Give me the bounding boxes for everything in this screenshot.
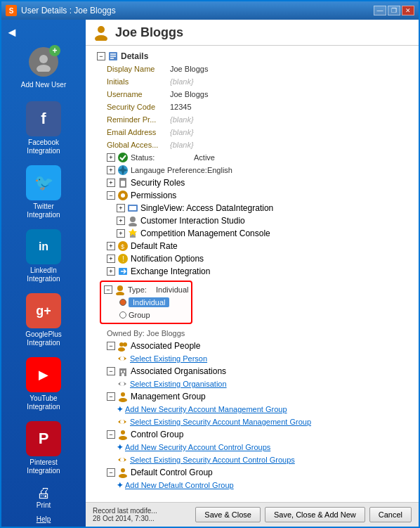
assoc-people-expand[interactable]: − (107, 342, 115, 350)
competition-expand[interactable]: + (117, 229, 125, 238)
mgmt-expand[interactable]: − (107, 392, 115, 401)
select-org-row[interactable]: Select Existing Organisation (90, 378, 414, 390)
details-scroll-area[interactable]: − Details Display Name Joe Bloggs Initia… (86, 46, 419, 502)
select-mgmt-link[interactable]: Select Existing Security Account Managem… (130, 418, 311, 426)
owned-by-label: Owned By: Joe Bloggs (107, 329, 185, 337)
select-control-row[interactable]: Select Existing Security Account Control… (90, 453, 414, 466)
username-value: Joe Bloggs (170, 90, 208, 98)
add-mgmt-icon: ✦ (117, 405, 123, 414)
customer-interaction-row: + Customer Interaction Studio (90, 214, 414, 227)
add-default-control-row[interactable]: ✦ Add New Default Control Group (90, 479, 414, 491)
person-icon (93, 24, 110, 41)
add-default-link[interactable]: Add New Default Control Group (125, 481, 234, 489)
select-org-link[interactable]: Select Existing Organisation (130, 380, 227, 388)
control-expand[interactable]: − (107, 430, 115, 439)
customer-expand[interactable]: + (117, 217, 125, 225)
status-label: Status: (131, 153, 194, 162)
language-expand[interactable]: + (107, 166, 115, 174)
print-button[interactable]: 🖨 Print (1, 482, 86, 513)
details-expand[interactable]: − (97, 52, 105, 60)
default-rate-icon: $ (117, 240, 129, 252)
add-control-row[interactable]: ✦ Add New Security Account Control Group… (90, 441, 414, 453)
add-mgmt-row[interactable]: ✦ Add New Security Account Management Gr… (90, 403, 414, 416)
notification-icon: ! (117, 253, 129, 264)
type-expand[interactable]: − (104, 285, 112, 294)
select-control-link[interactable]: Select Existing Security Account Control… (130, 456, 295, 464)
email-row: Email Address {blank} (90, 126, 414, 139)
group-option-row[interactable]: Group (104, 309, 188, 321)
restore-button[interactable]: ❐ (388, 6, 400, 15)
default-rate-expand[interactable]: + (107, 242, 115, 250)
sidebar-item-pinterest[interactable]: P PinterestIntegration (1, 418, 86, 478)
competition-row: + Competition Management Console (90, 227, 414, 240)
language-row: + Langauge Preference: English (90, 164, 414, 176)
default-rate-row: + $ Default Rate (90, 240, 414, 252)
associated-orgs-label: Associated Organisations (131, 366, 226, 376)
sidebar-item-linkedin[interactable]: in LinkedInIntegration (1, 226, 86, 286)
security-roles-expand[interactable]: + (107, 179, 115, 187)
save-close-button[interactable]: Save & Close (195, 507, 261, 522)
status-expand[interactable]: + (107, 153, 115, 162)
notification-expand[interactable]: + (107, 255, 115, 263)
security-code-value: 12345 (170, 103, 192, 111)
select-person-row[interactable]: Select Existing Person (90, 352, 414, 365)
sidebar-item-add-new-user[interactable]: + Add New User (1, 42, 86, 92)
exchange-expand[interactable]: + (107, 267, 115, 276)
global-value: {blank} (170, 141, 194, 149)
sidebar-item-googleplus[interactable]: g+ GooglePlusIntegration (1, 290, 86, 350)
select-mgmt-row[interactable]: Select Existing Security Account Managem… (90, 416, 414, 428)
default-control-icon (117, 467, 129, 478)
permissions-expand[interactable]: − (107, 191, 115, 200)
svg-point-40 (119, 436, 127, 440)
svg-point-43 (119, 474, 127, 478)
details-section-label: Details (121, 51, 148, 61)
sidebar: ◄ + Add New User f FacebookIntegration (1, 20, 86, 527)
cancel-button[interactable]: Cancel (369, 507, 412, 522)
sidebar-collapse-button[interactable]: ◄ (6, 25, 18, 40)
app-icon: S (6, 5, 17, 16)
svg-rect-11 (121, 181, 125, 186)
svg-text:$: $ (121, 243, 124, 250)
initials-row: Initials {blank} (90, 75, 414, 88)
svg-rect-15 (129, 206, 136, 210)
add-control-link[interactable]: Add New Security Account Control Groups (125, 443, 270, 451)
minimize-button[interactable]: — (374, 6, 386, 15)
add-default-icon: ✦ (117, 481, 123, 490)
associated-orgs-row: − Associated Organisations (90, 365, 414, 378)
record-modified-label: Record last modife... (93, 507, 191, 515)
reminder-value: {blank} (170, 115, 194, 124)
close-button[interactable]: ✕ (402, 6, 414, 15)
assoc-orgs-expand[interactable]: − (107, 367, 115, 375)
window-controls: — ❐ ✕ (374, 6, 414, 15)
pinterest-label: PinterestIntegration (27, 458, 60, 475)
exchange-row: + Exchange Integration (90, 265, 414, 278)
singleview-expand[interactable]: + (117, 204, 125, 212)
control-group-row: − Control Group (90, 428, 414, 441)
page-title: Joe Bloggs (115, 25, 183, 40)
individual-option-row[interactable]: Individual (104, 296, 188, 309)
singleview-label: SingleView: Access DataIntegration (140, 203, 273, 213)
type-value: Individual (156, 285, 188, 294)
control-icon (117, 429, 129, 440)
svg-point-13 (121, 193, 125, 198)
select-control-icon (117, 454, 128, 465)
group-radio[interactable] (119, 311, 126, 318)
sidebar-item-twitter[interactable]: 🐦 TwitterIntegration (1, 162, 86, 222)
default-control-label: Default Control Group (131, 468, 213, 477)
add-mgmt-link[interactable]: Add New Security Account Management Grou… (125, 405, 287, 413)
save-close-add-new-button[interactable]: Save, Close & Add New (265, 507, 365, 522)
select-person-link[interactable]: Select Existing Person (130, 354, 207, 363)
svg-point-2 (98, 26, 105, 33)
details-icon (107, 51, 119, 62)
competition-label: Competition Management Console (140, 228, 270, 238)
display-name-label: Display Name (107, 65, 170, 73)
help-label[interactable]: Help (37, 515, 51, 524)
svg-point-37 (119, 398, 127, 402)
status-icon (117, 152, 129, 163)
sidebar-item-facebook[interactable]: f FacebookIntegration (1, 98, 86, 158)
security-code-row: Security Code 12345 (90, 101, 414, 113)
default-control-expand[interactable]: − (107, 468, 115, 477)
individual-radio[interactable] (119, 299, 126, 306)
svg-point-8 (118, 153, 128, 162)
sidebar-item-youtube[interactable]: ▶ YouTubeIntegration (1, 354, 86, 414)
